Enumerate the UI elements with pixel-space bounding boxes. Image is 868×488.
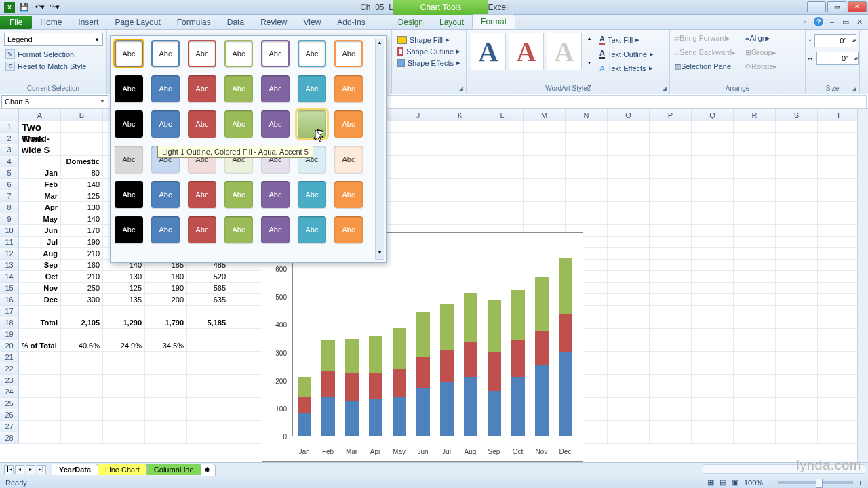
cell[interactable] [608,260,650,271]
cell[interactable] [61,329,103,340]
cell[interactable]: 160 [61,260,103,271]
redo-icon[interactable]: ↷▾ [49,2,60,13]
bar-segment[interactable] [393,328,406,369]
bar-segment[interactable] [511,340,525,377]
cell[interactable] [524,190,566,202]
cell[interactable] [650,133,692,144]
cell[interactable] [524,133,566,144]
cell[interactable] [145,329,187,340]
bar-segment[interactable] [369,336,382,373]
shape-style-swatch[interactable]: Abc [188,75,216,102]
bar-segment[interactable] [416,312,430,357]
cell[interactable] [734,260,776,271]
bar-segment[interactable] [298,396,311,413]
cell[interactable] [566,133,608,144]
cell[interactable]: 80 [61,167,103,179]
cell[interactable] [650,352,692,363]
close-button[interactable] [848,1,867,12]
sheet-tab[interactable]: Line Chart [98,464,147,475]
cell[interactable] [734,156,776,167]
cell[interactable] [61,352,103,363]
stacked-bar[interactable] [488,300,501,436]
cell[interactable] [608,271,650,283]
help-icon[interactable]: ? [814,17,823,26]
cell[interactable] [818,409,860,421]
cell[interactable] [776,317,818,329]
cell[interactable] [608,133,650,144]
cell[interactable] [692,271,734,283]
cell[interactable] [145,409,187,421]
shape-style-swatch[interactable]: Abc [115,146,143,173]
chart-plot-area[interactable] [292,241,577,436]
cell[interactable] [776,179,818,190]
shape-style-swatch[interactable]: Abc [151,110,180,138]
cell[interactable] [776,248,818,260]
vertical-scrollbar[interactable] [857,109,868,462]
text-outline-button[interactable]: A Text Outline ▸ [599,48,654,60]
row-header[interactable]: 8 [0,202,19,214]
shape-style-swatch[interactable]: Abc [298,75,326,102]
cell[interactable] [650,225,692,237]
col-header[interactable]: B [61,109,103,121]
cell[interactable]: Oct [19,271,61,283]
cell[interactable]: May [19,214,61,225]
cell[interactable] [692,317,734,329]
cell[interactable] [61,398,103,409]
stacked-bar[interactable] [298,377,311,436]
new-sheet-button[interactable]: ✸ [201,464,216,476]
cell[interactable] [19,363,61,375]
cell[interactable] [103,352,145,363]
cell[interactable] [187,329,229,340]
cell[interactable] [103,306,145,317]
chevron-down-icon[interactable]: ▼ [100,98,105,104]
cell[interactable] [734,248,776,260]
row-header[interactable]: 15 [0,283,19,294]
cell[interactable] [61,121,103,133]
cell[interactable] [818,167,860,179]
cell[interactable] [650,156,692,167]
embedded-chart[interactable]: 0100200300400500600700 JanFebMarAprMayJu… [262,232,583,462]
cell[interactable]: 210 [61,271,103,283]
col-header[interactable]: R [734,109,776,121]
shape-style-swatch[interactable]: Abc [334,181,363,208]
row-header[interactable]: 20 [0,340,19,352]
cell[interactable] [481,156,524,167]
width-input[interactable]: 0" [816,52,859,65]
cell[interactable] [818,133,860,144]
cell[interactable] [61,363,103,375]
row-header[interactable]: 7 [0,190,19,202]
cell[interactable] [481,121,524,133]
col-header[interactable]: O [608,109,650,121]
cell[interactable] [692,202,734,214]
cell[interactable] [776,409,818,421]
cell[interactable] [818,306,860,317]
cell[interactable] [650,375,692,386]
cell[interactable]: Mar [19,190,61,202]
cell[interactable] [187,386,229,398]
cell[interactable] [566,214,608,225]
cell[interactable] [818,202,860,214]
view-pagebreak-icon[interactable]: ▣ [732,478,738,487]
cell[interactable] [608,317,650,329]
row-header[interactable]: 28 [0,432,19,444]
cell[interactable] [608,386,650,398]
cell[interactable] [818,421,860,432]
cell[interactable] [692,214,734,225]
cell[interactable] [103,398,145,409]
group-button[interactable]: ⊞ Group ▸ [745,48,777,60]
cell[interactable] [650,363,692,375]
cell[interactable]: Jul [19,237,61,248]
cell[interactable] [776,283,818,294]
cell[interactable] [608,121,650,133]
shape-style-swatch[interactable]: Abc [261,216,290,243]
cell[interactable]: 130 [103,271,145,283]
cell[interactable] [734,317,776,329]
cell[interactable] [145,306,187,317]
cell[interactable] [19,398,61,409]
row-header[interactable]: 12 [0,248,19,260]
col-header[interactable]: Q [692,109,734,121]
cell[interactable] [692,283,734,294]
tab-insert[interactable]: Insert [70,16,106,29]
cell[interactable]: Two Tree [19,121,61,133]
cell[interactable] [818,237,860,248]
